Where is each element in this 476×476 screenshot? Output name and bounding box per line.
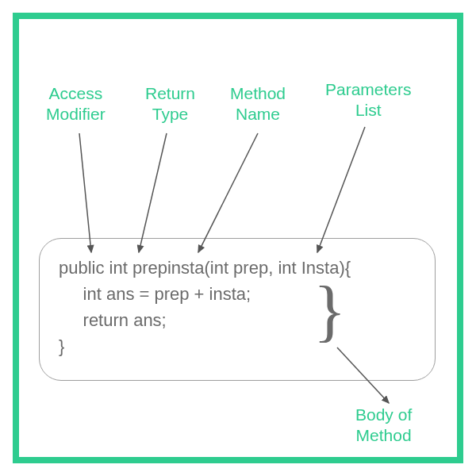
label-access-modifier: Access Modifier (46, 83, 106, 125)
label-return-type: Return Type (145, 83, 195, 125)
label-parameters-list: Parameters List (325, 79, 412, 121)
code-line-4: } (59, 333, 416, 359)
code-line-2: int ans = prep + insta; (59, 281, 416, 307)
brace-icon: } (313, 276, 346, 344)
code-box: public int prepinsta(int prep, int Insta… (39, 238, 436, 381)
code-line-3: return ans; (59, 307, 416, 333)
code-line-1: public int prepinsta(int prep, int Insta… (59, 255, 416, 281)
label-body-of-method: Body of Method (355, 405, 412, 447)
label-method-name: Method Name (230, 83, 286, 125)
